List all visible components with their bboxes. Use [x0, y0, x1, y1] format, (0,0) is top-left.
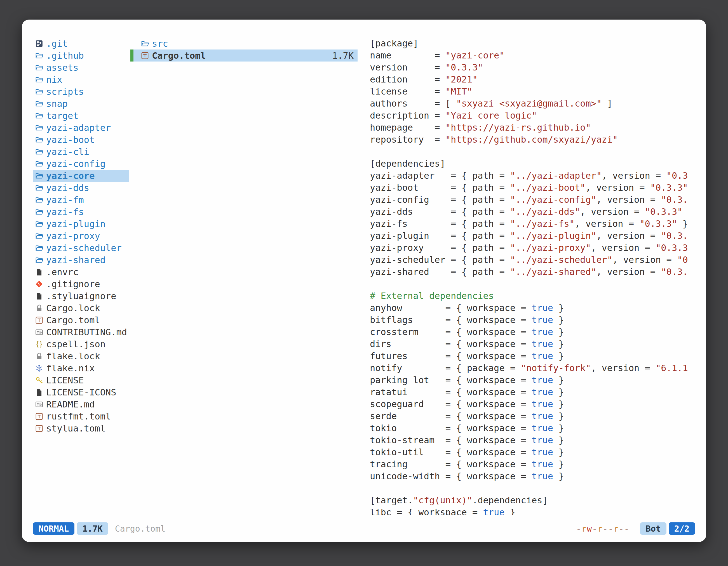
folder-icon: [35, 75, 44, 84]
file-name: Cargo.toml: [152, 50, 206, 61]
file-row-yazi-core[interactable]: yazi-core: [33, 170, 129, 182]
file-row-yazi-fs[interactable]: yazi-fs: [33, 206, 129, 218]
file-preview-pane[interactable]: [package]name = "yazi-core"version = "0.…: [370, 37, 696, 515]
file-name: yazi-plugin: [46, 219, 105, 229]
file-name: .github: [46, 50, 84, 61]
file-row-license-icons[interactable]: LICENSE-ICONS: [33, 386, 129, 398]
file-name: .gitignore: [46, 279, 100, 289]
folder-icon: [35, 147, 44, 156]
file-name: scripts: [46, 86, 84, 97]
file-name: flake.nix: [46, 363, 95, 373]
file-row-cargo-toml[interactable]: Cargo.toml1.7K: [130, 50, 358, 62]
mode-badge: NORMAL: [33, 522, 74, 535]
file-row-target[interactable]: target: [33, 110, 129, 122]
file-row-yazi-shared[interactable]: yazi-shared: [33, 254, 129, 266]
file-name: Cargo.toml: [46, 315, 100, 325]
folder-icon: [35, 111, 44, 120]
parent-directory-pane[interactable]: .git.githubassetsnixscriptssnaptargetyaz…: [33, 37, 129, 434]
file-row-nix[interactable]: nix: [33, 74, 129, 86]
file-row-src[interactable]: src: [130, 37, 358, 50]
code-line: yazi-fs = { path = "../yazi-fs", version…: [370, 218, 696, 230]
file-row-yazi-adapter[interactable]: yazi-adapter: [33, 122, 129, 134]
file-icon: [35, 292, 44, 300]
folder-icon: [35, 220, 44, 229]
file-name: yazi-shared: [46, 255, 105, 266]
file-name: yazi-cli: [46, 147, 89, 157]
file-row--gitignore[interactable]: .gitignore: [33, 278, 129, 290]
folder-icon: [35, 196, 44, 205]
scroll-position-badge: Bot: [640, 522, 666, 535]
desktop-background: .git.githubassetsnixscriptssnaptargetyaz…: [0, 0, 728, 566]
folder-icon: [35, 184, 44, 193]
file-row-assets[interactable]: assets: [33, 62, 129, 74]
file-row-stylua-toml[interactable]: stylua.toml: [33, 422, 129, 434]
file-row--envrc[interactable]: .envrc: [33, 266, 129, 278]
yazi-file-manager-window: .git.githubassetsnixscriptssnaptargetyaz…: [22, 20, 706, 542]
code-line: [370, 146, 696, 158]
file-name: stylua.toml: [46, 423, 105, 434]
gitignore-icon: [35, 280, 44, 288]
file-name: yazi-fm: [46, 195, 84, 205]
hover-marker: [130, 50, 133, 62]
file-row-yazi-boot[interactable]: yazi-boot: [33, 134, 129, 146]
code-line: yazi-proxy = { path = "../yazi-proxy", v…: [370, 242, 696, 254]
file-row-yazi-scheduler[interactable]: yazi-scheduler: [33, 242, 129, 254]
code-line: [target."cfg(unix)".dependencies]: [370, 494, 696, 506]
file-row-license[interactable]: LICENSE: [33, 374, 129, 386]
folder-icon: [35, 51, 44, 60]
file-row-cargo-lock[interactable]: Cargo.lock: [33, 302, 129, 314]
code-line: yazi-plugin = { path = "../yazi-plugin",…: [370, 230, 696, 242]
file-row-yazi-plugin[interactable]: yazi-plugin: [33, 218, 129, 230]
file-name: README.md: [46, 399, 95, 410]
file-row-scripts[interactable]: scripts: [33, 86, 129, 98]
md-icon: [35, 400, 44, 409]
preview-code: [package]name = "yazi-core"version = "0.…: [370, 37, 696, 515]
file-name: rustfmt.toml: [46, 411, 111, 422]
folder-icon: [35, 99, 44, 108]
file-row-flake-lock[interactable]: flake.lock: [33, 350, 129, 362]
file-row-flake-nix[interactable]: flake.nix: [33, 362, 129, 374]
file-row-yazi-fm[interactable]: yazi-fm: [33, 194, 129, 206]
nix-icon: [35, 364, 44, 373]
code-line: parking_lot = { workspace = true }: [370, 374, 696, 386]
file-icon: [35, 388, 44, 397]
permissions: -rw-r--r--: [576, 524, 630, 534]
code-line: yazi-dds = { path = "../yazi-dds", versi…: [370, 206, 696, 218]
folder-icon: [140, 39, 149, 48]
git-icon: [35, 39, 44, 48]
file-row-cargo-toml[interactable]: Cargo.toml: [33, 314, 129, 326]
file-name: Cargo.lock: [46, 303, 100, 313]
file-name: yazi-fs: [46, 207, 84, 217]
current-directory-pane[interactable]: srcCargo.toml1.7K: [130, 37, 358, 62]
folder-icon: [35, 135, 44, 144]
file-row--styluaignore[interactable]: .styluaignore: [33, 290, 129, 302]
code-line: dirs = { workspace = true }: [370, 338, 696, 350]
file-name: flake.lock: [46, 351, 100, 361]
code-line: unicode-width = { workspace = true }: [370, 470, 696, 482]
file-name: yazi-core: [46, 171, 95, 181]
file-row--git[interactable]: .git: [33, 37, 129, 50]
status-bar-left: NORMAL 1.7K Cargo.toml: [33, 522, 165, 535]
file-row-yazi-config[interactable]: yazi-config: [33, 158, 129, 170]
md-icon: [35, 328, 44, 337]
file-row-yazi-dds[interactable]: yazi-dds: [33, 182, 129, 194]
code-line: libc = { workspace = true }: [370, 506, 696, 515]
code-line: futures = { workspace = true }: [370, 350, 696, 362]
file-name: yazi-config: [46, 159, 105, 169]
file-row-snap[interactable]: snap: [33, 98, 129, 110]
file-row--github[interactable]: .github: [33, 50, 129, 62]
folder-icon: [35, 256, 44, 265]
file-row-cspell-json[interactable]: cspell.json: [33, 338, 129, 350]
code-line: edition = "2021": [370, 74, 696, 86]
file-size: 1.7K: [332, 50, 358, 61]
file-icon: [35, 268, 44, 277]
file-row-yazi-proxy[interactable]: yazi-proxy: [33, 230, 129, 242]
file-row-readme-md[interactable]: README.md: [33, 398, 129, 410]
lock-icon: [35, 352, 44, 361]
file-row-contributing-md[interactable]: CONTRIBUTING.md: [33, 326, 129, 338]
status-filename: Cargo.toml: [115, 524, 166, 534]
file-row-rustfmt-toml[interactable]: rustfmt.toml: [33, 410, 129, 422]
file-row-yazi-cli[interactable]: yazi-cli: [33, 146, 129, 158]
code-line: name = "yazi-core": [370, 50, 696, 62]
folder-icon: [35, 244, 44, 253]
